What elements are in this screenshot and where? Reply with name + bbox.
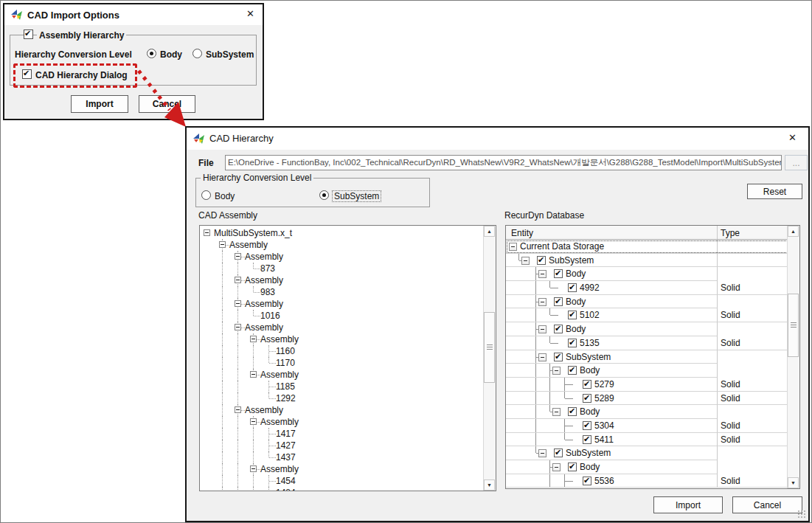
tree-row[interactable]: 1427 [201, 440, 483, 451]
row-checkbox-checked[interactable] [554, 297, 563, 306]
row-checkbox-checked[interactable] [568, 311, 577, 319]
table-scrollbar[interactable]: ▲ ▼ [787, 226, 799, 488]
expand-minus-box[interactable] [552, 367, 561, 375]
radio-subsystem[interactable] [192, 49, 202, 58]
tree-row[interactable]: Assembly [201, 404, 483, 416]
tree-row[interactable]: MultiSubSystem.x_t [201, 227, 483, 239]
table-row[interactable]: SubSystem [506, 350, 788, 364]
row-checkbox-checked[interactable] [568, 339, 577, 347]
row-checkbox-checked[interactable] [554, 448, 563, 457]
tree-row[interactable]: 1437 [201, 451, 483, 463]
row-checkbox-checked[interactable] [537, 256, 546, 265]
tree-scrollbar[interactable]: ▲ ▼ [483, 226, 496, 491]
row-checkbox-checked[interactable] [583, 477, 591, 485]
tree-row[interactable]: 1454 [201, 475, 483, 487]
expand-minus-box[interactable] [219, 241, 226, 248]
table-row[interactable]: Body [506, 322, 788, 336]
expand-minus-box[interactable] [235, 253, 241, 260]
close-icon[interactable]: ✕ [246, 9, 254, 19]
table-row[interactable]: SubSystem [506, 446, 788, 460]
tree-row[interactable]: Assembly [201, 416, 483, 428]
file-path-input[interactable]: E:\OneDrive - FunctionBay, Inc\002_Techn… [225, 155, 782, 170]
table-row[interactable]: Body [506, 295, 788, 309]
expand-minus-box[interactable] [235, 300, 241, 307]
row-checkbox-checked[interactable] [554, 269, 563, 278]
tree-row[interactable]: Assembly [201, 274, 483, 286]
expand-minus-box[interactable] [250, 336, 257, 342]
expand-minus-box[interactable] [235, 406, 241, 413]
scroll-down-icon[interactable]: ▼ [484, 479, 495, 491]
tree-row[interactable]: Assembly [201, 369, 483, 381]
expand-minus-box[interactable] [552, 408, 561, 416]
tree-row[interactable]: Assembly [201, 463, 483, 475]
expand-minus-box[interactable] [250, 371, 257, 378]
expand-minus-box[interactable] [538, 298, 546, 306]
dialog-titlebar[interactable]: CAD Hierarchy ✕ [187, 128, 808, 150]
table-row[interactable]: Body [506, 460, 788, 474]
tree-row[interactable]: Assembly [201, 239, 483, 251]
table-row[interactable]: 5279Solid [506, 378, 788, 392]
expand-minus-box[interactable] [204, 229, 210, 236]
row-checkbox-checked[interactable] [568, 366, 577, 375]
expand-minus-box[interactable] [509, 243, 517, 251]
expand-minus-box[interactable] [521, 257, 530, 265]
expand-minus-box[interactable] [538, 449, 546, 457]
expand-minus-box[interactable] [538, 270, 546, 278]
row-checkbox-checked[interactable] [554, 353, 563, 361]
table-row[interactable]: Body [506, 364, 788, 378]
tree-row[interactable]: 1016 [201, 310, 483, 322]
row-checkbox-checked[interactable] [583, 435, 591, 444]
table-row[interactable]: 4992Solid [506, 281, 788, 295]
tree-row[interactable]: 1170 [201, 357, 483, 369]
dialog-titlebar[interactable]: CAD Import Options ✕ [4, 4, 263, 25]
table-row[interactable]: 5102Solid [506, 308, 788, 322]
table-row[interactable]: Body [506, 405, 788, 419]
row-checkbox-checked[interactable] [568, 463, 577, 471]
radio-body[interactable] [201, 190, 211, 200]
scroll-up-icon[interactable]: ▲ [484, 226, 495, 237]
assembly-hierarchy-checkbox[interactable] [24, 30, 33, 39]
resize-grip[interactable] [797, 510, 806, 519]
radio-subsystem[interactable] [319, 190, 329, 200]
row-checkbox-checked[interactable] [583, 380, 591, 389]
row-checkbox-checked[interactable] [568, 283, 577, 292]
tree-row[interactable]: 1484 [201, 487, 483, 491]
import-button[interactable]: Import [653, 496, 723, 513]
tree-scroll-thumb[interactable] [484, 312, 495, 383]
tree-row[interactable]: Assembly [201, 322, 483, 333]
column-header-entity[interactable]: Entity [511, 228, 533, 238]
expand-minus-box[interactable] [538, 353, 546, 361]
row-checkbox-checked[interactable] [568, 407, 577, 416]
row-checkbox-checked[interactable] [583, 421, 591, 430]
expand-minus-box[interactable] [552, 463, 561, 471]
row-checkbox-checked[interactable] [583, 394, 591, 403]
tree-row[interactable]: 1160 [201, 345, 483, 357]
table-row[interactable]: 5289Solid [506, 392, 788, 406]
tree-row[interactable]: 1292 [201, 392, 483, 404]
reset-button[interactable]: Reset [747, 184, 802, 199]
import-button[interactable]: Import [71, 95, 128, 113]
row-checkbox-checked[interactable] [554, 325, 563, 333]
tree-row[interactable]: Assembly [201, 333, 483, 345]
expand-minus-box[interactable] [235, 277, 241, 283]
expand-minus-box[interactable] [250, 465, 257, 472]
expand-minus-box[interactable] [235, 324, 241, 330]
scroll-up-icon[interactable]: ▲ [788, 226, 799, 237]
tree-row[interactable]: 1417 [201, 428, 483, 440]
browse-button[interactable]: ... [785, 155, 808, 170]
table-row[interactable]: Current Data Storage [506, 240, 788, 254]
radio-body[interactable] [147, 49, 156, 58]
tree-row[interactable]: 873 [201, 263, 483, 274]
tree-row[interactable]: Assembly [201, 251, 483, 263]
table-row[interactable]: 5135Solid [506, 336, 788, 350]
scroll-down-icon[interactable]: ▼ [788, 477, 799, 488]
table-row[interactable]: 5536Solid [506, 474, 788, 488]
table-row[interactable]: 5304Solid [506, 419, 788, 433]
expand-minus-box[interactable] [250, 418, 257, 425]
table-row[interactable]: Body [506, 267, 788, 281]
cancel-button[interactable]: Cancel [732, 496, 802, 513]
column-header-type[interactable]: Type [721, 228, 740, 238]
close-icon[interactable]: ✕ [788, 133, 797, 143]
expand-minus-box[interactable] [538, 325, 546, 333]
table-row[interactable]: 5411Solid [506, 433, 788, 447]
